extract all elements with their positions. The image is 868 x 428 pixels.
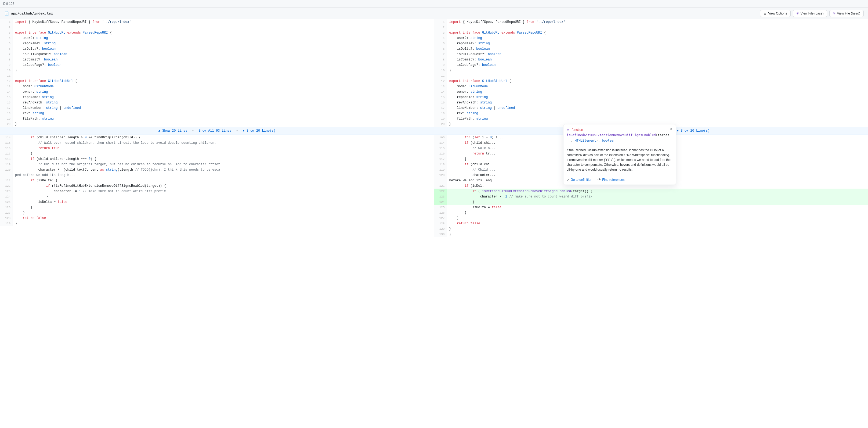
tooltip-params: (target (656, 133, 670, 137)
table-row: 129} (434, 226, 868, 232)
diff-container: 1import { MaybeDiffSpec, ParsedRepoURI }… (0, 19, 868, 428)
table-row: 3export interface GitHubURL extends Pars… (434, 30, 868, 35)
table-row: 129} (0, 221, 434, 226)
table-row: 12export interface GitHubBlobUrl { (434, 79, 868, 84)
tooltip-function-keyword: function (572, 128, 583, 132)
go-to-def-icon: ↗ (567, 177, 569, 182)
file-header-buttons: ☰ View Options ✳ View File (base) ✳ View… (760, 10, 864, 17)
file-path: app/github/index.tsx (11, 11, 53, 15)
go-to-definition-button[interactable]: ↗ Go to definition (567, 177, 592, 182)
table-row: 130} (434, 232, 868, 237)
table-row: 123 character -= 1 // make sure not to c… (0, 189, 434, 194)
expand-separator: • (192, 129, 194, 133)
table-row: 2 (0, 25, 434, 30)
table-row: 128 return false (0, 215, 434, 221)
table-row: 120 character += (child.textContent as s… (0, 167, 434, 173)
view-file-head-label: View File (head) (837, 11, 860, 15)
table-row: 11 (434, 73, 868, 79)
table-row: 126 } (0, 205, 434, 210)
table-row: 11 (0, 73, 434, 79)
table-row: 5 repoName?: string (434, 41, 868, 46)
view-file-head-button[interactable]: ✳ View File (head) (829, 10, 864, 17)
table-row: 127 } (0, 210, 434, 215)
table-row: 122 if (!isRefinedGitHubExtensionRemoveD… (434, 189, 868, 194)
find-references-button[interactable]: 👁 Find references (597, 177, 624, 182)
tooltip-header: ✳ function isRefinedGitHubExtensionRemov… (563, 124, 676, 145)
table-row: 15 repoName: string (0, 95, 434, 100)
tooltip-close-button[interactable]: × (670, 127, 672, 131)
tooltip-function-name: isRefinedGitHubExtensionRemoveDiffSignsE… (567, 133, 656, 137)
table-row: 18 rev: string (0, 111, 434, 116)
table-row: 17 lineNumber: string | undefined (434, 105, 868, 111)
file-header-left: 📄 app/github/index.tsx (4, 11, 53, 16)
table-row: 6 isDelta?: boolean (434, 46, 868, 52)
table-row: 13 mode: GitHubMode (0, 84, 434, 89)
table-row: 17 lineNumber: string | undefined (0, 105, 434, 111)
tooltip-description: If the Refined GitHub extension is insta… (567, 148, 671, 172)
show-below-link[interactable]: ▼ Show 20 Line(s) (243, 129, 275, 133)
table-row: 114 if (child.children.length > 0 && fin… (0, 135, 434, 140)
expand-separator2: • (236, 129, 238, 133)
table-row: 115 // Walk over nested children, then s… (0, 140, 434, 146)
table-row: 8 isCommit?: boolean (0, 57, 434, 62)
table-row: 9 isCodePage?: boolean (0, 62, 434, 68)
table-row: 5 repoName?: string (0, 41, 434, 46)
table-row: 15 repoName: string (434, 95, 868, 100)
table-row: 123 character -= 1 // make sure not to c… (434, 194, 868, 200)
go-to-definition-label: Go to definition (571, 177, 592, 182)
table-row: 4 user?: string (434, 35, 868, 41)
expand-bar[interactable]: ▲ Show 20 Lines • Show All 93 Lines • ▼ … (0, 127, 434, 135)
find-references-label: Find references (602, 177, 624, 182)
tooltip-popup: ✳ function isRefinedGitHubExtensionRemov… (563, 124, 676, 185)
table-row: 1import { MaybeDiffSpec, ParsedRepoURI }… (0, 19, 434, 25)
table-row: 2 (434, 25, 868, 30)
table-row: 6 isDelta?: boolean (0, 46, 434, 52)
file-header: 📄 app/github/index.tsx ☰ View Options ✳ … (0, 7, 868, 19)
table-row: 7 isPullRequest?: boolean (434, 52, 868, 57)
show-below-right-link[interactable]: ▼ Show 20 Line(s) (677, 129, 710, 133)
table-row: 14 owner: string (434, 89, 868, 95)
table-row: 125 isDelta = false (434, 205, 868, 210)
title-bar: Diff 108 (0, 0, 868, 7)
show-above-link[interactable]: ▲ Show 20 Lines (158, 129, 187, 133)
tooltip-actions: ↗ Go to definition 👁 Find references (563, 175, 676, 185)
table-row: 18 rev: string (434, 111, 868, 116)
view-file-base-button[interactable]: ✳ View File (base) (793, 10, 827, 17)
table-row: 119 // Child is not the original target,… (0, 162, 434, 167)
table-row: 124 } (434, 200, 868, 205)
refined-icon-base: ✳ (796, 11, 799, 15)
table-row: 117 } (0, 151, 434, 156)
table-row: 116 return true (0, 146, 434, 151)
refined-icon-tooltip: ✳ (567, 128, 569, 132)
table-row: 13 mode: GitHubMode (434, 84, 868, 89)
title-text: Diff 108 (3, 2, 14, 6)
diff-pane-right[interactable]: 1import { MaybeDiffSpec, ParsedRepoURI }… (434, 19, 868, 428)
table-row: 20} (0, 121, 434, 127)
table-row: 12export interface GitHubBlobUrl { (0, 79, 434, 84)
table-row: ped before we add its length... (0, 173, 434, 178)
find-refs-icon: 👁 (597, 177, 601, 182)
diff-pane-left[interactable]: 1import { MaybeDiffSpec, ParsedRepoURI }… (0, 19, 434, 428)
table-row: 124 } (0, 194, 434, 200)
table-row: 19 filePath: string (0, 116, 434, 121)
table-row: 8 isCommit?: boolean (434, 57, 868, 62)
table-row: 126 } (434, 210, 868, 215)
file-icon: 📄 (4, 11, 9, 16)
table-row: 14 owner: string (0, 89, 434, 95)
tooltip-title: ✳ function isRefinedGitHubExtensionRemov… (567, 127, 670, 143)
menu-icon: ☰ (764, 11, 767, 15)
tooltip-param-indent: : HTMLElement): boolean (571, 139, 616, 143)
table-row: 10} (0, 68, 434, 73)
view-options-label: View Options (768, 11, 787, 15)
table-row: 7 isPullRequest?: boolean (0, 52, 434, 57)
view-file-base-label: View File (base) (801, 11, 824, 15)
show-all-link[interactable]: Show All 93 Lines (198, 129, 231, 133)
table-row: 9 isCodePage?: boolean (434, 62, 868, 68)
table-row: 3export interface GitHubURL extends Pars… (0, 30, 434, 35)
view-options-button[interactable]: ☰ View Options (760, 10, 790, 17)
table-row: 127 } (434, 215, 868, 221)
table-row: 121 if (isDelta) { (0, 178, 434, 183)
table-row: 128 return false (434, 221, 868, 226)
table-row: 4 user?: string (0, 35, 434, 41)
table-row: 10} (434, 68, 868, 73)
